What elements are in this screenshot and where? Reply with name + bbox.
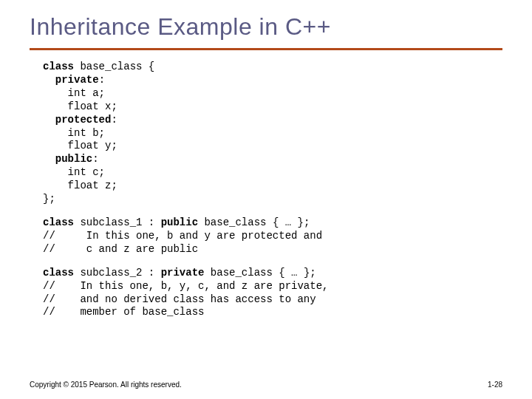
kw-private: private — [161, 267, 205, 279]
code-text: // In this one, b and y are protected an… — [43, 230, 322, 242]
code-text: : — [99, 74, 105, 86]
code-text: base_class { — [74, 61, 154, 72]
code-text: subclass_2 : — [74, 267, 161, 279]
kw-class: class — [43, 216, 74, 228]
code-text: base_class { … }; — [204, 267, 316, 279]
code-text: // and no derived class has access to an… — [43, 293, 316, 305]
code-text: : — [111, 114, 117, 126]
spacer — [30, 256, 502, 267]
code-text: // In this one, b, y, c, and z are priva… — [43, 280, 328, 292]
code-text: float x; — [43, 100, 117, 112]
code-text: int c; — [43, 166, 105, 178]
kw-public: public — [161, 216, 198, 228]
code-text: float z; — [43, 180, 117, 191]
kw-protected: protected — [43, 114, 111, 126]
page-title: Inheritance Example in C++ — [30, 13, 502, 41]
kw-class: class — [43, 267, 74, 279]
code-text: int b; — [43, 127, 105, 139]
copyright-text: Copyright © 2015 Pearson. All rights res… — [30, 381, 182, 389]
code-text: }; — [43, 193, 55, 205]
code-text: // member of base_class — [43, 306, 204, 318]
kw-private: private — [43, 74, 99, 86]
slide: Inheritance Example in C++ class base_cl… — [0, 0, 532, 399]
footer: Copyright © 2015 Pearson. All rights res… — [30, 381, 502, 389]
title-rule — [30, 48, 502, 50]
kw-class: class — [43, 61, 74, 72]
kw-public: public — [43, 153, 92, 165]
code-text: : — [92, 153, 98, 165]
code-text: int a; — [43, 87, 105, 99]
code-text: base_class { … }; — [198, 216, 310, 228]
code-text: // c and z are public — [43, 243, 198, 255]
code-text: subclass_1 : — [74, 216, 161, 228]
code-block-2: class subclass_1 : public base_class { …… — [43, 216, 502, 256]
code-block-1: class base_class { private: int a; float… — [43, 61, 502, 206]
spacer — [30, 206, 502, 216]
code-text: float y; — [43, 140, 117, 151]
code-block-3: class subclass_2 : private base_class { … — [43, 267, 502, 320]
page-number: 1-28 — [488, 381, 502, 389]
